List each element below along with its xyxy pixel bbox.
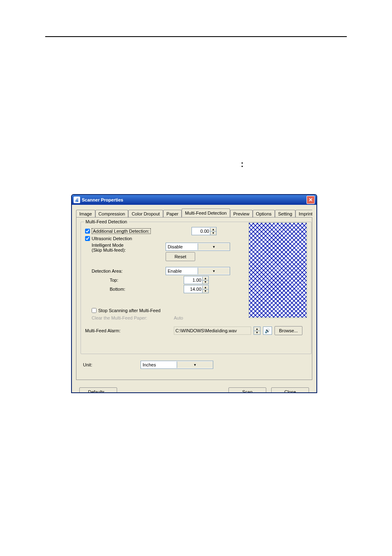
additional-length-checkbox[interactable]	[85, 229, 90, 234]
detection-area-combo[interactable]: Enable ▼	[166, 267, 230, 275]
close-button[interactable]: Close	[271, 387, 309, 393]
page-colon: :	[241, 160, 244, 169]
unit-combo[interactable]: Inches ▼	[141, 361, 213, 369]
tab-compression[interactable]: Compression	[95, 210, 129, 217]
scanner-properties-dialog: 🖨 Scanner Properties ✕ Image Compression…	[71, 194, 317, 393]
detection-area-value: Enable	[166, 269, 198, 273]
top-label: Top:	[85, 278, 184, 283]
bottom-input[interactable]	[184, 286, 202, 292]
spinner-down-icon[interactable]: ▼	[202, 289, 208, 293]
intelligent-mode-label-2: (Skip Multi-feed):	[92, 248, 166, 253]
tab-image[interactable]: Image	[76, 210, 95, 217]
spinner-up-icon[interactable]: ▲	[254, 327, 260, 331]
close-icon[interactable]: ✕	[307, 196, 315, 204]
spinner-down-icon[interactable]: ▼	[210, 231, 216, 235]
spinner-up-icon[interactable]: ▲	[202, 286, 208, 289]
reset-button[interactable]: Reset	[166, 252, 195, 261]
additional-length-spinner[interactable]: ▲▼	[191, 227, 217, 235]
clear-multifeed-value: Auto	[174, 315, 183, 320]
titlebar[interactable]: 🖨 Scanner Properties ✕	[72, 195, 316, 205]
top-spinner[interactable]: ▲▼	[184, 276, 209, 284]
top-input[interactable]	[184, 277, 202, 283]
chevron-down-icon[interactable]: ▼	[177, 361, 213, 368]
additional-length-input[interactable]	[192, 228, 210, 234]
chevron-down-icon[interactable]: ▼	[198, 243, 230, 250]
tab-multi-feed-detection[interactable]: Multi-Feed Detection	[182, 208, 230, 217]
alarm-path-field[interactable]: C:\WINDOWS\Media\ding.wav	[174, 327, 251, 335]
unit-label: Unit:	[81, 362, 141, 367]
stop-scanning-label: Stop Scanning after Multi-Feed	[98, 308, 161, 313]
chevron-down-icon[interactable]: ▼	[198, 268, 230, 274]
stop-scanning-checkbox[interactable]	[92, 308, 97, 313]
intelligent-mode-label-1: Intelligent Mode	[92, 243, 166, 248]
defaults-button[interactable]: Defaults...	[79, 387, 117, 393]
tab-panel: Multi-Feed Detection Additional Length D…	[76, 217, 312, 380]
alarm-label: Multi-Feed Alarm:	[85, 328, 174, 333]
spinner-down-icon[interactable]: ▼	[254, 331, 260, 335]
scan-button[interactable]: Scan	[228, 387, 266, 393]
tabstrip: Image Compression Color Dropout Paper Mu…	[76, 208, 312, 217]
clear-multifeed-label: Clear the Multi-Feed Paper:	[92, 315, 174, 320]
detection-area-label: Detection Area:	[85, 269, 166, 273]
spinner-up-icon[interactable]: ▲	[210, 228, 216, 231]
tab-options[interactable]: Options	[253, 210, 275, 217]
scanner-icon: 🖨	[74, 197, 80, 203]
bottom-label: Bottom:	[85, 287, 184, 292]
spinner-down-icon[interactable]: ▼	[202, 280, 208, 284]
multi-feed-group: Multi-Feed Detection Additional Length D…	[81, 222, 311, 354]
intelligent-mode-value: Disable	[166, 244, 198, 249]
window-title: Scanner Properties	[82, 197, 307, 202]
bottom-spinner[interactable]: ▲▼	[184, 285, 209, 293]
additional-length-label: Additional Length Detection:	[92, 228, 151, 234]
volume-spinner[interactable]: ▲ ▼	[254, 327, 261, 335]
intelligent-mode-combo[interactable]: Disable ▼	[166, 243, 230, 251]
spinner-up-icon[interactable]: ▲	[202, 277, 208, 280]
tab-color-dropout[interactable]: Color Dropout	[128, 210, 163, 217]
ultrasonic-checkbox[interactable]	[85, 236, 90, 241]
ultrasonic-label: Ultrasonic Detection	[92, 236, 132, 241]
tab-setting[interactable]: Setting	[275, 210, 295, 217]
unit-value: Inches	[141, 362, 177, 367]
tab-imprinter[interactable]: Imprinter	[295, 210, 312, 217]
speaker-icon[interactable]: 🔊	[263, 327, 272, 335]
group-legend: Multi-Feed Detection	[84, 219, 129, 224]
browse-button[interactable]: Browse...	[274, 326, 302, 335]
tab-preview[interactable]: Preview	[230, 210, 253, 217]
tab-paper[interactable]: Paper	[163, 210, 182, 217]
